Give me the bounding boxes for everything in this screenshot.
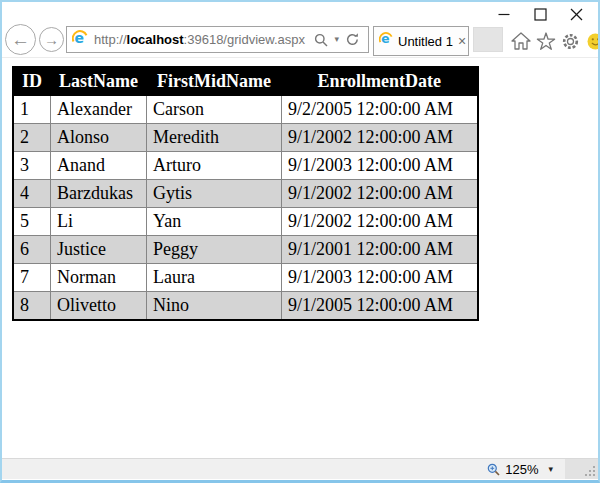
cell-id: 8 — [13, 292, 51, 320]
cell-enrollmentdate: 9/1/2005 12:00:00 AM — [282, 292, 478, 320]
favorites-button[interactable] — [533, 30, 558, 52]
zoom-level-label: 125% — [505, 462, 538, 477]
tab-close-icon: × — [458, 33, 466, 49]
toolbar-icons — [508, 30, 600, 52]
feedback-button[interactable] — [583, 30, 600, 52]
address-bar-controls: ▾ — [311, 27, 363, 52]
close-icon — [570, 8, 583, 21]
url-host: localhost — [127, 32, 184, 47]
resize-grip[interactable] — [565, 459, 598, 479]
close-button[interactable] — [558, 4, 594, 24]
cell-id: 7 — [13, 264, 51, 292]
url-scheme: http:// — [94, 32, 127, 47]
zoom-dropdown-icon: ▾ — [548, 464, 553, 474]
refresh-icon — [345, 32, 360, 47]
gridview-table: ID LastName FirstMidName EnrollmentDate … — [12, 66, 479, 321]
cell-lastname: Barzdukas — [51, 180, 147, 208]
zoom-magnifier-icon — [487, 463, 500, 476]
cell-id: 4 — [13, 180, 51, 208]
minimize-button[interactable] — [486, 4, 522, 24]
new-tab-button[interactable] — [473, 27, 503, 52]
cell-lastname: Anand — [51, 152, 147, 180]
svg-text:e: e — [75, 30, 85, 46]
refresh-button[interactable] — [342, 27, 363, 52]
address-bar[interactable]: e http://localhost:39618/gridview.aspx ▾ — [66, 26, 369, 53]
cell-id: 6 — [13, 236, 51, 264]
cell-enrollmentdate: 9/1/2002 12:00:00 AM — [282, 180, 478, 208]
cell-lastname: Norman — [51, 264, 147, 292]
search-icon — [314, 33, 328, 47]
cell-lastname: Alexander — [51, 96, 147, 124]
status-bar: 125% ▾ — [2, 458, 598, 479]
title-bar[interactable] — [2, 2, 598, 24]
cell-firstmidname: Nino — [147, 292, 282, 320]
cell-id: 2 — [13, 124, 51, 152]
table-row: 8 Olivetto Nino 9/1/2005 12:00:00 AM — [13, 292, 478, 320]
header-firstmidname: FirstMidName — [147, 67, 282, 96]
header-enrollmentdate: EnrollmentDate — [282, 67, 478, 96]
maximize-button[interactable] — [522, 4, 558, 24]
table-row: 7 Norman Laura 9/1/2003 12:00:00 AM — [13, 264, 478, 292]
search-dropdown-button[interactable]: ▾ — [331, 27, 342, 52]
cell-lastname: Justice — [51, 236, 147, 264]
cell-firstmidname: Carson — [147, 96, 282, 124]
table-row: 3 Anand Arturo 9/1/2003 12:00:00 AM — [13, 152, 478, 180]
maximize-icon — [534, 8, 547, 21]
ie-tab-icon: e — [379, 32, 393, 50]
url-text: http://localhost:39618/gridview.aspx — [94, 32, 311, 47]
tab-title: Untitled 1 — [398, 34, 453, 49]
home-icon — [511, 32, 531, 50]
table-header-row: ID LastName FirstMidName EnrollmentDate — [13, 67, 478, 96]
url-path: :39618/gridview.aspx — [184, 32, 305, 47]
navigation-bar: ← → e http://localhost:39618/gridview.as… — [2, 24, 598, 58]
gear-icon — [561, 32, 580, 51]
svg-text:e: e — [381, 32, 389, 46]
back-button[interactable]: ← — [5, 24, 36, 55]
cell-enrollmentdate: 9/2/2005 12:00:00 AM — [282, 96, 478, 124]
header-id: ID — [13, 67, 51, 96]
zoom-control[interactable]: 125% ▾ — [487, 462, 553, 477]
tab-close-button[interactable]: × — [456, 33, 468, 49]
forward-button[interactable]: → — [39, 27, 64, 52]
cell-firstmidname: Gytis — [147, 180, 282, 208]
table-row: 6 Justice Peggy 9/1/2001 12:00:00 AM — [13, 236, 478, 264]
smiley-icon — [587, 33, 600, 50]
cell-firstmidname: Peggy — [147, 236, 282, 264]
ie-page-icon: e — [72, 30, 88, 50]
dropdown-icon: ▾ — [334, 35, 339, 44]
tab-untitled-1[interactable]: e Untitled 1 × — [373, 26, 469, 56]
cell-enrollmentdate: 9/1/2003 12:00:00 AM — [282, 264, 478, 292]
cell-id: 1 — [13, 96, 51, 124]
cell-lastname: Alonso — [51, 124, 147, 152]
cell-firstmidname: Meredith — [147, 124, 282, 152]
cell-lastname: Olivetto — [51, 292, 147, 320]
cell-enrollmentdate: 9/1/2002 12:00:00 AM — [282, 208, 478, 236]
table-row: 1 Alexander Carson 9/2/2005 12:00:00 AM — [13, 96, 478, 124]
cell-enrollmentdate: 9/1/2002 12:00:00 AM — [282, 124, 478, 152]
page-content: ID LastName FirstMidName EnrollmentDate … — [2, 58, 598, 458]
cell-firstmidname: Laura — [147, 264, 282, 292]
settings-button[interactable] — [558, 30, 583, 52]
table-row: 2 Alonso Meredith 9/1/2002 12:00:00 AM — [13, 124, 478, 152]
cell-firstmidname: Yan — [147, 208, 282, 236]
header-lastname: LastName — [51, 67, 147, 96]
back-icon: ← — [11, 29, 30, 51]
cell-id: 5 — [13, 208, 51, 236]
search-button[interactable] — [311, 27, 331, 52]
cell-enrollmentdate: 9/1/2003 12:00:00 AM — [282, 152, 478, 180]
cell-enrollmentdate: 9/1/2001 12:00:00 AM — [282, 236, 478, 264]
resize-grip-icon — [585, 466, 596, 477]
cell-lastname: Li — [51, 208, 147, 236]
home-button[interactable] — [508, 30, 533, 52]
forward-icon: → — [44, 31, 59, 48]
star-icon — [536, 32, 556, 51]
minimize-icon — [498, 8, 510, 20]
window-controls — [486, 4, 594, 24]
cell-id: 3 — [13, 152, 51, 180]
cell-firstmidname: Arturo — [147, 152, 282, 180]
table-row: 4 Barzdukas Gytis 9/1/2002 12:00:00 AM — [13, 180, 478, 208]
table-row: 5 Li Yan 9/1/2002 12:00:00 AM — [13, 208, 478, 236]
browser-window: ← → e http://localhost:39618/gridview.as… — [0, 0, 600, 483]
